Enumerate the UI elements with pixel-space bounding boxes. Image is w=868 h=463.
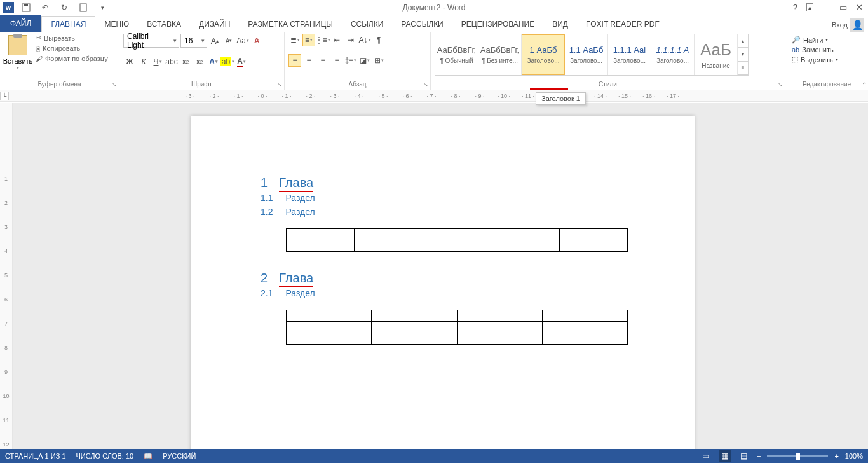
zoom-in-button[interactable]: + — [834, 452, 838, 460]
table-cell[interactable] — [287, 310, 372, 322]
document-canvas[interactable]: 1Глава1.1Раздел1.2Раздел2Глава2.1Раздел — [13, 103, 868, 449]
zoom-out-button[interactable]: − — [757, 452, 761, 460]
table-cell[interactable] — [542, 322, 627, 333]
page[interactable]: 1Глава1.1Раздел1.2Раздел2Глава2.1Раздел — [191, 116, 695, 449]
format-painter-button[interactable]: 🖌Формат по образцу — [36, 55, 108, 62]
read-mode-button[interactable]: ▭ — [700, 452, 712, 460]
shading-button[interactable]: ◪ — [358, 54, 371, 67]
subscript-button[interactable]: x2 — [179, 55, 192, 68]
tab-view[interactable]: ВИД — [543, 17, 577, 32]
heading-1[interactable]: 2Глава — [261, 271, 628, 286]
heading-1[interactable]: 1Глава — [261, 176, 628, 190]
styles-launcher[interactable]: ↘ — [778, 81, 783, 88]
heading-2[interactable]: 1.1Раздел — [261, 193, 628, 203]
superscript-button[interactable]: x2 — [193, 55, 206, 68]
minimize-button[interactable]: ― — [822, 3, 831, 12]
multilevel-list-button[interactable]: ⋮≡ — [316, 34, 329, 46]
replace-button[interactable]: abЗаменить — [792, 46, 838, 53]
font-name-combo[interactable]: Calibri Light — [123, 34, 179, 48]
tab-menu[interactable]: Меню — [95, 17, 138, 32]
new-doc-button[interactable] — [76, 1, 90, 14]
align-left-button[interactable]: ≡ — [288, 54, 301, 67]
table-cell[interactable] — [423, 229, 491, 240]
table-cell[interactable] — [559, 229, 627, 240]
style-item[interactable]: АаБНазвание — [695, 34, 738, 75]
show-marks-button[interactable]: ¶ — [372, 34, 385, 46]
undo-button[interactable]: ↶ — [38, 1, 52, 14]
print-layout-button[interactable]: ▦ — [719, 450, 731, 462]
increase-indent-button[interactable]: ⇥ — [344, 34, 357, 46]
table-cell[interactable] — [542, 333, 627, 345]
tab-insert[interactable]: ВСТАВКА — [138, 17, 190, 32]
change-case-button[interactable]: Aa — [236, 34, 249, 47]
table-cell[interactable] — [287, 322, 372, 333]
bold-button[interactable]: Ж — [123, 55, 136, 68]
paragraph-launcher[interactable]: ↘ — [423, 81, 428, 88]
style-item[interactable]: 1 АаБбЗаголово... — [522, 34, 565, 75]
italic-button[interactable]: К — [137, 55, 150, 68]
copy-button[interactable]: ⎘Копировать — [36, 45, 108, 52]
table-cell[interactable] — [355, 229, 423, 240]
tab-review[interactable]: РЕЦЕНЗИРОВАНИЕ — [452, 17, 543, 32]
find-button[interactable]: 🔎Найти ▾ — [792, 36, 838, 44]
font-launcher[interactable]: ↘ — [277, 81, 282, 88]
spellcheck-icon[interactable]: 📖 — [144, 452, 153, 460]
redo-button[interactable]: ↻ — [57, 1, 71, 14]
web-layout-button[interactable]: ▤ — [738, 452, 750, 460]
select-button[interactable]: ⬚Выделить ▾ — [792, 55, 838, 64]
style-item[interactable]: АаБбВвГг,¶ Обычный — [435, 34, 478, 75]
tab-references[interactable]: ССЫЛКИ — [342, 17, 392, 32]
clear-formatting-button[interactable]: A̷ — [250, 34, 263, 47]
paste-button[interactable]: Вставить ▾ — [4, 34, 32, 71]
table-cell[interactable] — [559, 240, 627, 252]
zoom-level[interactable]: 100% — [845, 452, 863, 460]
table-cell[interactable] — [423, 240, 491, 252]
tab-selector[interactable]: └ — [0, 92, 9, 100]
sign-in[interactable]: Вход 👤 — [832, 18, 864, 32]
ruler-horizontal[interactable]: └ · 3 ·· 2 ·· 1 ·· 0 ·· 1 ·· 2 ·· 3 ·· 4… — [0, 90, 868, 102]
styles-scroll[interactable]: ▴▾≡ — [738, 34, 748, 75]
align-right-button[interactable]: ≡ — [316, 54, 329, 67]
language-indicator[interactable]: РУССКИЙ — [163, 452, 196, 460]
table-cell[interactable] — [491, 240, 559, 252]
style-item[interactable]: 1.1.1 АаlЗаголово... — [608, 34, 651, 75]
heading-2[interactable]: 2.1Раздел — [261, 288, 628, 298]
line-spacing-button[interactable]: ‡≡ — [344, 54, 357, 67]
maximize-button[interactable]: ▭ — [839, 3, 847, 12]
tab-file[interactable]: ФАЙЛ — [0, 15, 41, 32]
text-effects-button[interactable]: A — [207, 55, 220, 68]
page-indicator[interactable]: СТРАНИЦА 1 ИЗ 1 — [5, 452, 66, 460]
tab-layout[interactable]: РАЗМЕТКА СТРАНИЦЫ — [239, 17, 342, 32]
shrink-font-button[interactable]: A▾ — [222, 34, 235, 47]
table-cell[interactable] — [372, 322, 457, 333]
font-size-combo[interactable]: 16 — [180, 34, 207, 48]
borders-button[interactable]: ⊞ — [372, 54, 385, 67]
justify-button[interactable]: ≡ — [330, 54, 343, 67]
tab-design[interactable]: ДИЗАЙН — [190, 17, 239, 32]
collapse-ribbon-button[interactable]: ⌃ — [862, 81, 867, 88]
align-center-button[interactable]: ≡ — [302, 54, 315, 67]
table-cell[interactable] — [491, 229, 559, 240]
close-button[interactable]: ✕ — [856, 3, 863, 12]
ruler-vertical[interactable]: 123456789101112131415161718 — [0, 103, 13, 449]
highlight-button[interactable]: ab — [221, 55, 234, 68]
number-list-button[interactable]: ≡ — [302, 34, 315, 46]
table-cell[interactable] — [287, 229, 355, 240]
grow-font-button[interactable]: A▴ — [208, 34, 221, 47]
cut-button[interactable]: ✂Вырезать — [36, 34, 108, 42]
table-cell[interactable] — [355, 240, 423, 252]
table[interactable] — [286, 228, 628, 252]
bullet-list-button[interactable]: ≣ — [288, 34, 301, 46]
save-button[interactable] — [19, 1, 33, 14]
style-item[interactable]: 1.1 АаБбЗаголово... — [565, 34, 608, 75]
clipboard-launcher[interactable]: ↘ — [112, 81, 117, 88]
table-cell[interactable] — [372, 310, 457, 322]
tab-home[interactable]: ГЛАВНАЯ — [41, 16, 95, 32]
table-cell[interactable] — [542, 310, 627, 322]
table-cell[interactable] — [287, 333, 372, 345]
table-cell[interactable] — [457, 322, 542, 333]
strikethrough-button[interactable]: abc — [165, 55, 178, 68]
underline-button[interactable]: Ч — [151, 55, 164, 68]
style-item[interactable]: АаБбВвГг,¶ Без инте... — [478, 34, 522, 75]
table[interactable] — [286, 310, 628, 345]
